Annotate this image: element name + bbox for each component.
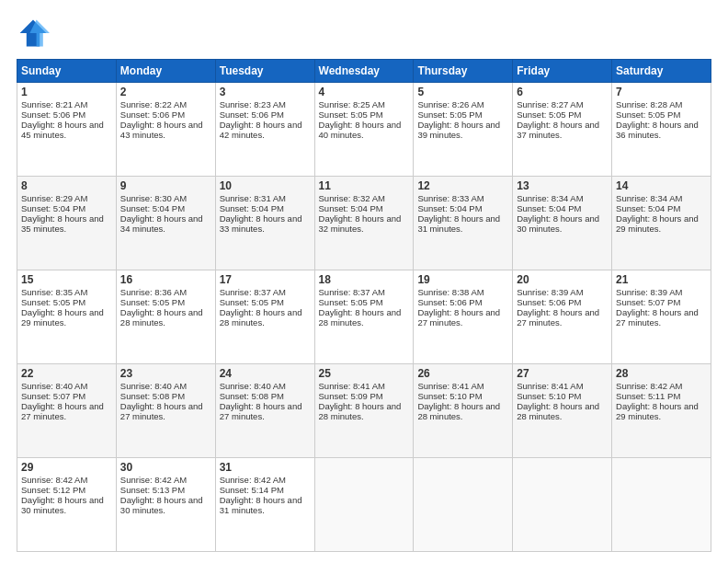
sunset: Sunset: 5:09 PM [319,391,383,401]
daylight: Daylight: 8 hours and 36 minutes. [616,120,699,140]
sunset: Sunset: 5:05 PM [220,297,284,307]
sunrise: Sunrise: 8:32 AM [319,193,385,203]
daylight: Daylight: 8 hours and 30 minutes. [120,495,203,515]
calendar-cell: 28Sunrise: 8:42 AMSunset: 5:11 PMDayligh… [612,364,711,458]
calendar-cell: 4Sunrise: 8:25 AMSunset: 5:05 PMDaylight… [314,83,414,177]
header [17,17,711,50]
sunset: Sunset: 5:07 PM [616,297,680,307]
calendar-cell: 9Sunrise: 8:30 AMSunset: 5:04 PMDaylight… [116,177,215,270]
sunrise: Sunrise: 8:22 AM [120,99,187,109]
sunset: Sunset: 5:04 PM [120,203,185,213]
day-number: 22 [21,367,112,380]
logo-icon [17,17,50,50]
calendar-week: 1Sunrise: 8:21 AMSunset: 5:06 PMDaylight… [17,83,711,177]
day-number: 17 [220,273,311,286]
calendar-cell: 11Sunrise: 8:32 AMSunset: 5:04 PMDayligh… [314,177,414,270]
calendar-cell: 8Sunrise: 8:29 AMSunset: 5:04 PMDaylight… [17,177,117,270]
daylight: Daylight: 8 hours and 37 minutes. [517,120,599,140]
header-day: Tuesday [215,60,314,83]
calendar-cell [513,458,612,552]
daylight: Daylight: 8 hours and 45 minutes. [21,120,104,140]
daylight: Daylight: 8 hours and 27 minutes. [21,401,104,421]
day-number: 29 [21,461,112,474]
sunrise: Sunrise: 8:41 AM [417,381,483,391]
sunrise: Sunrise: 8:39 AM [616,287,682,297]
sunset: Sunset: 5:05 PM [319,109,383,120]
calendar-cell: 22Sunrise: 8:40 AMSunset: 5:07 PMDayligh… [17,364,117,458]
daylight: Daylight: 8 hours and 29 minutes. [21,307,104,327]
calendar-week: 8Sunrise: 8:29 AMSunset: 5:04 PMDaylight… [17,177,711,270]
header-day: Monday [116,60,215,83]
calendar-cell: 24Sunrise: 8:40 AMSunset: 5:08 PMDayligh… [215,364,314,458]
header-day: Friday [513,60,612,83]
sunset: Sunset: 5:06 PM [220,109,284,120]
daylight: Daylight: 8 hours and 27 minutes. [417,307,500,327]
calendar-cell: 23Sunrise: 8:40 AMSunset: 5:08 PMDayligh… [116,364,215,458]
calendar-cell: 2Sunrise: 8:22 AMSunset: 5:06 PMDaylight… [116,83,215,177]
sunrise: Sunrise: 8:40 AM [220,381,286,391]
sunrise: Sunrise: 8:21 AM [21,99,87,109]
day-number: 6 [517,86,608,98]
daylight: Daylight: 8 hours and 28 minutes. [417,401,500,421]
daylight: Daylight: 8 hours and 28 minutes. [319,401,402,421]
calendar-cell: 20Sunrise: 8:39 AMSunset: 5:06 PMDayligh… [513,270,612,364]
sunrise: Sunrise: 8:41 AM [517,381,583,391]
calendar-cell: 16Sunrise: 8:36 AMSunset: 5:05 PMDayligh… [116,270,215,364]
daylight: Daylight: 8 hours and 43 minutes. [120,120,203,140]
daylight: Daylight: 8 hours and 42 minutes. [220,120,302,140]
calendar-cell: 7Sunrise: 8:28 AMSunset: 5:05 PMDaylight… [612,83,711,177]
sunset: Sunset: 5:07 PM [21,391,85,401]
calendar-cell: 13Sunrise: 8:34 AMSunset: 5:04 PMDayligh… [513,177,612,270]
sunset: Sunset: 5:13 PM [120,485,185,495]
sunset: Sunset: 5:10 PM [417,391,482,401]
calendar-week: 15Sunrise: 8:35 AMSunset: 5:05 PMDayligh… [17,270,711,364]
calendar-cell: 1Sunrise: 8:21 AMSunset: 5:06 PMDaylight… [17,83,117,177]
sunset: Sunset: 5:06 PM [120,109,185,120]
daylight: Daylight: 8 hours and 27 minutes. [120,401,203,421]
day-number: 20 [517,273,608,286]
day-number: 19 [417,273,508,286]
calendar-cell: 27Sunrise: 8:41 AMSunset: 5:10 PMDayligh… [513,364,612,458]
sunset: Sunset: 5:05 PM [616,109,680,120]
day-number: 13 [517,179,608,192]
day-number: 28 [616,367,707,380]
sunset: Sunset: 5:05 PM [517,109,581,120]
sunrise: Sunrise: 8:26 AM [417,99,483,109]
sunrise: Sunrise: 8:42 AM [616,381,682,391]
daylight: Daylight: 8 hours and 29 minutes. [616,401,699,421]
header-day: Saturday [612,60,711,83]
daylight: Daylight: 8 hours and 27 minutes. [616,307,699,327]
day-number: 31 [220,461,311,474]
day-number: 27 [517,367,608,380]
sunrise: Sunrise: 8:41 AM [319,381,385,391]
calendar-cell: 30Sunrise: 8:42 AMSunset: 5:13 PMDayligh… [116,458,215,552]
day-number: 5 [417,86,508,98]
sunset: Sunset: 5:04 PM [319,203,383,213]
daylight: Daylight: 8 hours and 28 minutes. [120,307,203,327]
sunset: Sunset: 5:04 PM [21,203,85,213]
sunrise: Sunrise: 8:40 AM [120,381,187,391]
sunset: Sunset: 5:05 PM [120,297,185,307]
sunset: Sunset: 5:14 PM [220,485,284,495]
daylight: Daylight: 8 hours and 27 minutes. [220,401,302,421]
daylight: Daylight: 8 hours and 28 minutes. [220,307,302,327]
sunset: Sunset: 5:06 PM [21,109,85,120]
sunset: Sunset: 5:06 PM [417,297,482,307]
calendar-cell: 31Sunrise: 8:42 AMSunset: 5:14 PMDayligh… [215,458,314,552]
calendar-cell: 25Sunrise: 8:41 AMSunset: 5:09 PMDayligh… [314,364,414,458]
sunrise: Sunrise: 8:29 AM [21,193,87,203]
calendar-cell [414,458,513,552]
calendar-cell: 29Sunrise: 8:42 AMSunset: 5:12 PMDayligh… [17,458,117,552]
daylight: Daylight: 8 hours and 30 minutes. [517,213,599,234]
daylight: Daylight: 8 hours and 31 minutes. [417,213,500,234]
day-number: 30 [120,461,211,474]
sunrise: Sunrise: 8:35 AM [21,287,87,297]
day-number: 2 [120,86,211,98]
day-number: 25 [319,367,410,380]
day-number: 7 [616,86,707,98]
day-number: 4 [319,86,410,98]
sunrise: Sunrise: 8:34 AM [616,193,682,203]
daylight: Daylight: 8 hours and 35 minutes. [21,213,104,234]
day-number: 10 [220,179,311,192]
sunset: Sunset: 5:11 PM [616,391,680,401]
